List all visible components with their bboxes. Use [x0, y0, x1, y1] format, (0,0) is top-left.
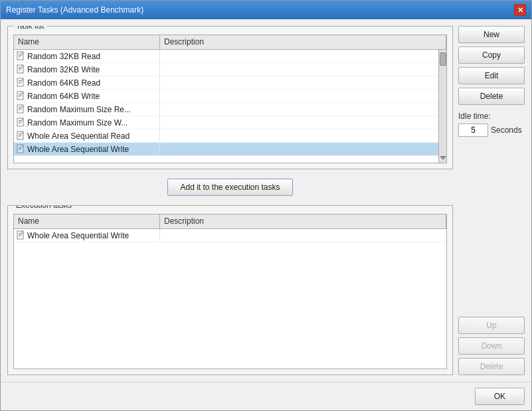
svg-rect-43 — [19, 236, 21, 236]
task-desc-cell — [160, 76, 438, 89]
add-button-row: Add it to the execution tasks — [7, 175, 453, 200]
new-button[interactable]: New — [458, 26, 525, 43]
svg-rect-17 — [19, 95, 22, 96]
svg-rect-26 — [19, 120, 22, 121]
svg-rect-13 — [19, 83, 21, 84]
execution-table: Name Description Whole Area Sequential W… — [13, 214, 447, 369]
svg-rect-27 — [19, 122, 22, 122]
task-name-cell: Random Maximum Size Re... — [14, 103, 160, 116]
table-row[interactable]: Whole Area Sequential Read — [14, 129, 438, 143]
table-row[interactable]: Random 64KB Read — [14, 76, 438, 90]
idle-row: Seconds — [458, 123, 525, 137]
task-list-body: Random 32KB Read Random 32KB Write — [14, 50, 438, 163]
right-panel: New Copy Edit Delete Idle time: Seconds … — [458, 26, 525, 375]
execution-tasks-group: Execution tasks Name Description Whole A… — [7, 205, 453, 375]
footer: OK — [1, 382, 531, 410]
ok-button[interactable]: OK — [475, 388, 525, 405]
task-list-inner: Name Description Random 32KB Read — [13, 32, 447, 163]
exec-col-desc: Description — [160, 214, 446, 228]
task-list-col-name: Name — [14, 35, 160, 49]
table-row[interactable]: Whole Area Sequential Write — [14, 229, 446, 242]
idle-time-label: Idle time: — [458, 112, 525, 121]
svg-rect-36 — [19, 147, 22, 147]
svg-rect-33 — [19, 136, 21, 137]
table-row[interactable]: Random Maximum Size W... — [14, 116, 438, 129]
task-desc-cell — [160, 143, 438, 155]
task-action-buttons: New Copy Edit Delete — [458, 26, 525, 105]
table-row[interactable]: Random Maximum Size Re... — [14, 103, 438, 116]
task-name-cell: Random 64KB Write — [14, 90, 160, 102]
window-title: Register Tasks (Advanced Benchmark) — [6, 5, 143, 15]
task-desc-cell — [160, 103, 438, 116]
svg-rect-18 — [19, 96, 21, 97]
table-row[interactable]: Random 32KB Write — [14, 63, 438, 76]
task-list-scrollbar[interactable] — [438, 50, 446, 163]
task-list-col-desc: Description — [160, 35, 446, 49]
idle-time-input[interactable] — [458, 123, 488, 137]
copy-button[interactable]: Copy — [458, 46, 525, 64]
svg-rect-1 — [19, 54, 22, 54]
close-button[interactable]: ✕ — [514, 4, 526, 16]
execution-tasks-label: Execution tasks — [13, 205, 74, 210]
left-panel: Task list Name Description — [7, 26, 453, 375]
task-desc-cell — [160, 116, 438, 129]
svg-rect-6 — [19, 67, 22, 68]
table-row[interactable]: Random 32KB Read — [14, 50, 438, 63]
svg-rect-3 — [19, 56, 21, 57]
task-name-cell: Random 32KB Read — [14, 50, 160, 62]
svg-rect-21 — [19, 107, 22, 108]
svg-rect-28 — [19, 123, 21, 123]
task-desc-cell — [160, 63, 438, 76]
task-name-cell: Random 64KB Read — [14, 76, 160, 89]
exec-delete-button[interactable]: Delete — [458, 358, 525, 375]
task-name-cell: Whole Area Sequential Read — [14, 129, 160, 142]
svg-rect-41 — [19, 233, 22, 234]
doc-icon — [17, 230, 25, 240]
up-button[interactable]: Up — [458, 317, 525, 334]
doc-icon — [17, 51, 25, 61]
table-row[interactable]: Whole Area Sequential Write — [14, 143, 438, 156]
doc-icon — [17, 91, 25, 101]
execution-inner: Name Description Whole Area Sequential W… — [13, 211, 447, 369]
add-to-execution-button[interactable]: Add it to the execution tasks — [167, 179, 292, 196]
svg-rect-7 — [19, 68, 22, 69]
svg-rect-38 — [19, 149, 21, 150]
delete-button[interactable]: Delete — [458, 88, 525, 105]
seconds-label: Seconds — [491, 125, 522, 135]
execution-action-buttons: Up Down Delete — [458, 317, 525, 375]
task-list-group: Task list Name Description — [7, 26, 453, 169]
task-list-header: Name Description — [14, 35, 446, 50]
exec-col-name: Name — [14, 214, 160, 228]
svg-rect-32 — [19, 135, 22, 135]
svg-rect-16 — [19, 94, 22, 94]
task-list-label: Task list — [13, 26, 47, 31]
idle-section: Idle time: Seconds — [458, 112, 525, 137]
svg-rect-11 — [19, 80, 22, 81]
execution-header: Name Description — [14, 214, 446, 229]
doc-icon — [17, 104, 25, 114]
task-name-cell: Whole Area Sequential Write — [14, 143, 160, 155]
spacer — [458, 141, 525, 307]
svg-rect-37 — [19, 148, 22, 149]
doc-icon — [17, 64, 25, 74]
task-list-scroll-container: Random 32KB Read Random 32KB Write — [14, 50, 446, 163]
task-list-table: Name Description Random 32KB Read — [13, 35, 447, 163]
task-name-cell: Random Maximum Size W... — [14, 116, 160, 129]
execution-body: Whole Area Sequential Write — [14, 229, 446, 359]
edit-button[interactable]: Edit — [458, 67, 525, 84]
svg-rect-8 — [19, 70, 21, 70]
scrollbar-thumb[interactable] — [440, 52, 446, 66]
svg-rect-42 — [19, 234, 22, 235]
title-bar: Register Tasks (Advanced Benchmark) ✕ — [1, 1, 531, 19]
task-desc-cell — [160, 50, 438, 62]
svg-rect-2 — [19, 55, 22, 56]
scroll-down-arrow[interactable] — [440, 156, 446, 160]
main-window: Register Tasks (Advanced Benchmark) ✕ Ta… — [0, 0, 532, 411]
content-area: Task list Name Description — [1, 19, 531, 382]
doc-icon — [17, 118, 25, 127]
svg-rect-31 — [19, 133, 22, 134]
down-button[interactable]: Down — [458, 337, 525, 355]
task-name-cell: Random 32KB Write — [14, 63, 160, 76]
table-row[interactable]: Random 64KB Write — [14, 90, 438, 103]
svg-rect-22 — [19, 108, 22, 109]
